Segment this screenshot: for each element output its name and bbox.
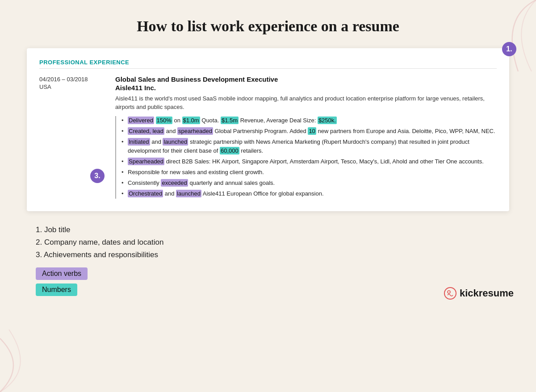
action-verb-created-lead: Created, lead	[128, 127, 164, 135]
number-150: 150%	[156, 117, 172, 124]
svg-point-0	[444, 288, 456, 299]
job-title: Global Sales and Business Development Ex…	[115, 75, 497, 84]
action-verb-launched: launched	[163, 138, 188, 146]
number-1-5m: $1.5m	[221, 117, 239, 124]
bullet-6: Consistently exceeded quarterly and annu…	[121, 179, 497, 188]
bullet-3: Initiated and launched strategic partner…	[121, 138, 497, 155]
legend-item-2: 2. Company name, dates and location	[36, 238, 500, 247]
bullet-5: Responsible for new sales and existing c…	[121, 168, 497, 177]
number-250k: $250k.	[318, 117, 337, 124]
resume-card: 1. PROFESSIONAL EXPERIENCE 2. 04/2016 – …	[27, 48, 509, 211]
legend-badges: Action verbs Numbers	[36, 267, 500, 296]
action-verb-spearheaded: spearheaded	[177, 127, 213, 135]
badge-1: 1.	[502, 42, 516, 56]
bullet-1: Delivered 150% on $1.0m Quota. $1.5m Rev…	[121, 116, 497, 125]
kickresume-icon	[444, 287, 456, 300]
numbers-badge: Numbers	[36, 284, 77, 296]
bullet-7: Orchestrated and launched Aisle411 Europ…	[121, 189, 497, 198]
action-verb-exceeded: exceeded	[161, 179, 188, 187]
company-name: Aisle411 Inc.	[115, 84, 497, 92]
legend-item-1: 1. Job title	[36, 225, 500, 234]
page-title: How to list work experience on a resume	[27, 18, 509, 35]
section-header: PROFESSIONAL EXPERIENCE	[39, 59, 497, 69]
legend-item-3: 3. Achievements and responsibilities	[36, 250, 500, 259]
badge-3: 3.	[90, 169, 105, 183]
kickresume-logo: kickresume	[444, 287, 514, 300]
number-1m: $1.0m	[182, 117, 200, 124]
action-verb-initiated: Initiated	[128, 138, 150, 146]
legend-section: 1. Job title 2. Company name, dates and …	[27, 225, 509, 296]
location: USA	[39, 83, 108, 90]
number-10: 10	[308, 127, 316, 135]
action-verb-launched-2: launched	[176, 190, 201, 197]
company-description: Aisle411 is the world's most used SaaS m…	[115, 94, 497, 112]
left-column: 2. 04/2016 – 03/2018 USA	[39, 75, 115, 200]
experience-row: 2. 04/2016 – 03/2018 USA 3. Global Sales…	[39, 75, 497, 200]
deco-bottom-left	[0, 329, 80, 392]
number-60000: 60,000	[220, 147, 239, 154]
right-column: 3. Global Sales and Business Development…	[115, 75, 497, 200]
dates: 04/2016 – 03/2018	[39, 76, 108, 83]
kickresume-text: kickresume	[460, 288, 514, 299]
bullet-4: Spearheaded direct B2B Sales: HK Airport…	[121, 157, 497, 166]
action-verb-delivered: Delivered	[128, 117, 154, 124]
bullet-list: Delivered 150% on $1.0m Quota. $1.5m Rev…	[115, 116, 497, 199]
bullet-2: Created, lead and spearheaded Global Par…	[121, 127, 497, 136]
action-verb-orchestrated: Orchestrated	[128, 190, 163, 197]
svg-point-1	[448, 291, 450, 293]
action-verbs-badge: Action verbs	[36, 267, 88, 280]
action-verb-spearheaded-2: Spearheaded	[128, 158, 164, 165]
